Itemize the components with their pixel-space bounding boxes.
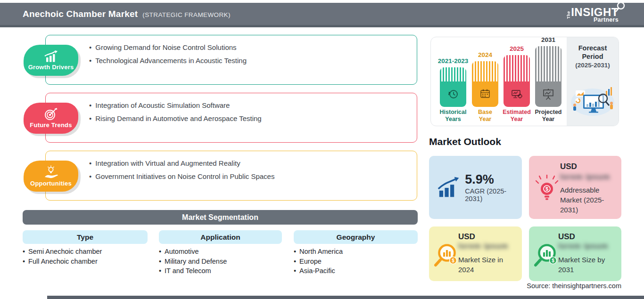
bar-stripes <box>440 67 466 81</box>
list-item: Military and Defense <box>159 257 282 267</box>
growth-bars-icon <box>43 50 59 63</box>
logo-insight: INSIGHT <box>571 6 619 18</box>
forecast-period-title: Forecast Period <box>567 44 619 61</box>
cagr-card: 5.9% CAGR (2025-2031) <box>429 156 522 219</box>
segmentation-list-application: Automotive Military and Defense IT and T… <box>159 247 282 276</box>
magnifier-bars-green-icon: $ <box>533 242 560 269</box>
bar-body <box>535 81 561 107</box>
segmentation-title-bar: Market Segmentation <box>23 210 418 225</box>
bar-body <box>440 81 466 107</box>
estimate-monitor-icon <box>510 88 523 101</box>
market-size-2031-card: USD $ lorem ipsum Market Size by 2031 <box>529 226 621 281</box>
page-subtitle: (STRATEGIC FRAMEWORK) <box>142 11 231 18</box>
footer-strip <box>47 296 644 299</box>
card-label: Market Size in 2024 <box>458 255 511 275</box>
blurred-value: lorem ipsum <box>558 242 608 251</box>
list-item: IT and Telecom <box>159 266 282 276</box>
growth-drivers-badge: Growth Drivers <box>24 45 78 76</box>
logo-the: The <box>566 8 571 19</box>
blurred-value: lorem ipsum <box>560 173 610 181</box>
page-title-group: Anechoic Chamber Market (STRATEGIC FRAME… <box>23 9 231 19</box>
bar-stripes <box>472 61 498 81</box>
list-item: North America <box>294 247 418 257</box>
svg-text:$: $ <box>552 258 554 263</box>
list-item: Integration with Virtual and Augmented R… <box>89 157 417 170</box>
svg-text:$: $ <box>545 186 548 192</box>
opportunities-badge: Opportunities <box>24 161 78 192</box>
cagr-text-group: 5.9% CAGR (2025-2031) <box>465 172 522 202</box>
bar-body <box>504 81 530 107</box>
future-trends-box: Integration of Acoustic Simulation Softw… <box>45 93 417 143</box>
timeline-panel: Forecast Period (2025-2031) <box>430 37 619 126</box>
blurred-value: lorem ipsum <box>458 242 508 251</box>
insight-partners-logo: The INSIGHT Partners <box>566 7 619 23</box>
timeline-bar-projected <box>535 46 561 107</box>
cagr-label: CAGR (2025-2031) <box>465 187 522 202</box>
list-item: Integration of Acoustic Simulation Softw… <box>89 99 417 112</box>
timeline-bar-estimated <box>504 55 530 107</box>
currency-label: USD <box>560 162 577 171</box>
projector-screen-icon <box>542 88 555 101</box>
list-item: Full Anechoic chamber <box>23 257 148 267</box>
bar-stripes <box>504 55 530 81</box>
segmentation-header-geography: Geography <box>294 230 418 244</box>
badge-label: Future Trends <box>30 121 72 129</box>
list-item: Technological Advancements in Acoustic T… <box>89 54 417 67</box>
forecast-period-range: (2025-2031) <box>567 62 619 69</box>
list-item: Europe <box>294 257 418 267</box>
list-item: Semi Anechoic chamber <box>23 247 148 257</box>
timeline-caption-projected: ProjectedYear <box>527 109 570 123</box>
list-item: Asia-Pacific <box>294 266 418 276</box>
list-item: Automotive <box>159 247 282 257</box>
magnifier-icon <box>615 2 625 13</box>
card-label: Market Size by 2031 <box>558 255 611 275</box>
badge-label: Opportunities <box>30 180 72 187</box>
growth-drivers-box: Growing Demand for Noise Control Solutio… <box>45 35 417 85</box>
bulb-hand-icon <box>43 165 59 179</box>
target-icon <box>43 108 58 121</box>
addressable-market-card: USD $ lorem ipsum Addressable Market (20… <box>529 156 621 219</box>
forecast-illustration <box>569 84 616 117</box>
timeline-year-base: 2024 <box>464 51 506 58</box>
timeline-bar-historical <box>440 67 466 107</box>
future-trends-badge: Future Trends <box>24 103 78 134</box>
future-trends-list: Integration of Acoustic Simulation Softw… <box>89 99 417 125</box>
page-title: Anechoic Chamber Market <box>23 9 138 19</box>
source-text: Source: theinsightpartners.com <box>527 282 621 290</box>
history-clock-icon <box>446 88 460 101</box>
calendar-icon <box>479 88 492 101</box>
header-bar: Anechoic Chamber Market (STRATEGIC FRAME… <box>0 3 644 27</box>
cagr-chart-icon <box>437 176 460 199</box>
market-size-2024-card: USD $ lorem ipsum Market Size in 2024 <box>429 226 522 281</box>
magnifier-bars-orange-icon: $ <box>433 242 460 269</box>
card-label: Addressable Market (2025-2031) <box>560 185 618 215</box>
badge-label: Growth Drivers <box>28 64 74 71</box>
timeline-year-estimated: 2025 <box>495 45 538 52</box>
segmentation-list-type: Semi Anechoic chamber Full Anechoic cham… <box>23 247 148 266</box>
list-item: Government Initiatives on Noise Control … <box>89 170 417 183</box>
timeline-year-historical: 2021-2023 <box>432 57 474 65</box>
svg-text:$: $ <box>452 258 454 263</box>
market-outlook-title: Market Outlook <box>429 136 501 147</box>
bulb-dollar-icon: $ <box>535 175 559 205</box>
bar-body <box>472 81 498 107</box>
currency-label: USD <box>558 232 575 242</box>
currency-label: USD <box>458 232 475 242</box>
timeline-year-projected: 2031 <box>527 36 570 43</box>
opportunities-box: Integration with Virtual and Augmented R… <box>45 151 417 201</box>
timeline-bar-base <box>472 61 498 107</box>
segmentation-header-type: Type <box>23 230 148 244</box>
opportunities-list: Integration with Virtual and Augmented R… <box>89 157 417 183</box>
cagr-value: 5.9% <box>465 172 522 186</box>
segmentation-list-geography: North America Europe Asia-Pacific <box>294 247 418 276</box>
bar-stripes <box>535 46 561 81</box>
growth-drivers-list: Growing Demand for Noise Control Solutio… <box>89 41 417 67</box>
forecast-period-panel: Forecast Period (2025-2031) <box>567 37 619 126</box>
list-item: Rising Demand in Automotive and Aerospac… <box>89 112 417 125</box>
list-item: Growing Demand for Noise Control Solutio… <box>89 41 417 54</box>
segmentation-header-application: Application <box>159 230 282 244</box>
